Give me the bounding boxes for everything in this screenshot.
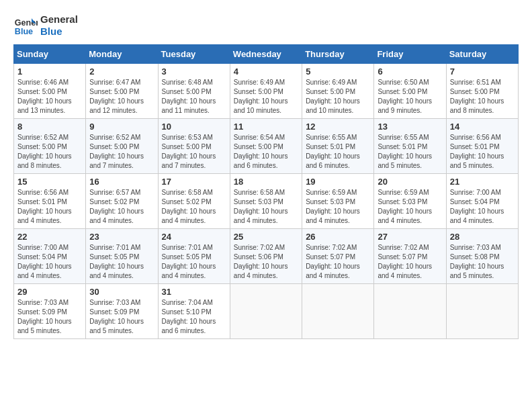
day-number: 25 <box>234 232 298 242</box>
day-info: Sunrise: 7:03 AMSunset: 5:09 PMDaylight:… <box>17 298 82 336</box>
day-number: 22 <box>17 232 82 242</box>
weekday-header: Friday <box>374 45 446 64</box>
day-info: Sunrise: 6:55 AMSunset: 5:01 PMDaylight:… <box>306 133 370 171</box>
calendar-cell: 8Sunrise: 6:52 AMSunset: 5:00 PMDaylight… <box>14 119 86 174</box>
calendar-cell: 29Sunrise: 7:03 AMSunset: 5:09 PMDayligh… <box>14 284 86 339</box>
logo-line2: Blue <box>40 26 78 38</box>
day-info: Sunrise: 6:58 AMSunset: 5:02 PMDaylight:… <box>162 188 226 226</box>
day-number: 13 <box>378 122 442 132</box>
calendar-cell: 11Sunrise: 6:54 AMSunset: 5:00 PMDayligh… <box>230 119 302 174</box>
weekday-header: Saturday <box>446 45 518 64</box>
day-number: 4 <box>234 66 298 77</box>
day-number: 11 <box>234 122 298 132</box>
calendar-cell: 28Sunrise: 7:03 AMSunset: 5:08 PMDayligh… <box>446 229 518 284</box>
day-info: Sunrise: 6:50 AMSunset: 5:00 PMDaylight:… <box>378 78 442 116</box>
day-number: 18 <box>234 177 298 187</box>
calendar-cell <box>230 284 302 339</box>
calendar-cell: 12Sunrise: 6:55 AMSunset: 5:01 PMDayligh… <box>302 119 374 174</box>
day-info: Sunrise: 6:56 AMSunset: 5:01 PMDaylight:… <box>450 133 515 171</box>
day-info: Sunrise: 7:01 AMSunset: 5:05 PMDaylight:… <box>89 243 154 281</box>
calendar-cell: 21Sunrise: 7:00 AMSunset: 5:04 PMDayligh… <box>446 174 518 229</box>
calendar-cell <box>374 284 446 339</box>
day-info: Sunrise: 6:51 AMSunset: 5:00 PMDaylight:… <box>450 78 515 116</box>
day-number: 10 <box>162 122 226 132</box>
day-info: Sunrise: 6:59 AMSunset: 5:03 PMDaylight:… <box>306 188 370 226</box>
day-number: 1 <box>17 66 82 77</box>
day-info: Sunrise: 6:49 AMSunset: 5:00 PMDaylight:… <box>234 78 298 116</box>
logo-icon: General Blue <box>13 13 38 38</box>
day-info: Sunrise: 7:03 AMSunset: 5:08 PMDaylight:… <box>450 243 515 281</box>
day-info: Sunrise: 6:52 AMSunset: 5:00 PMDaylight:… <box>89 133 154 171</box>
calendar-cell: 19Sunrise: 6:59 AMSunset: 5:03 PMDayligh… <box>302 174 374 229</box>
day-info: Sunrise: 6:54 AMSunset: 5:00 PMDaylight:… <box>234 133 298 171</box>
day-number: 6 <box>378 66 442 77</box>
calendar-cell: 5Sunrise: 6:49 AMSunset: 5:00 PMDaylight… <box>302 64 374 119</box>
calendar-header-row: SundayMondayTuesdayWednesdayThursdayFrid… <box>14 45 519 64</box>
calendar-week-row: 1Sunrise: 6:46 AMSunset: 5:00 PMDaylight… <box>14 64 519 119</box>
calendar-cell: 17Sunrise: 6:58 AMSunset: 5:02 PMDayligh… <box>158 174 230 229</box>
weekday-header: Monday <box>86 45 158 64</box>
calendar-cell: 6Sunrise: 6:50 AMSunset: 5:00 PMDaylight… <box>374 64 446 119</box>
calendar-cell: 2Sunrise: 6:47 AMSunset: 5:00 PMDaylight… <box>86 64 158 119</box>
calendar-cell: 26Sunrise: 7:02 AMSunset: 5:07 PMDayligh… <box>302 229 374 284</box>
day-info: Sunrise: 7:02 AMSunset: 5:06 PMDaylight:… <box>234 243 298 281</box>
calendar-cell <box>446 284 518 339</box>
weekday-header: Tuesday <box>158 45 230 64</box>
day-info: Sunrise: 7:02 AMSunset: 5:07 PMDaylight:… <box>378 243 442 281</box>
day-number: 19 <box>306 177 370 187</box>
calendar-cell: 30Sunrise: 7:03 AMSunset: 5:09 PMDayligh… <box>86 284 158 339</box>
calendar-cell: 18Sunrise: 6:58 AMSunset: 5:03 PMDayligh… <box>230 174 302 229</box>
calendar-cell: 27Sunrise: 7:02 AMSunset: 5:07 PMDayligh… <box>374 229 446 284</box>
weekday-header: Wednesday <box>230 45 302 64</box>
day-number: 30 <box>89 287 154 297</box>
calendar-cell: 3Sunrise: 6:48 AMSunset: 5:00 PMDaylight… <box>158 64 230 119</box>
day-number: 31 <box>162 287 226 297</box>
day-info: Sunrise: 6:56 AMSunset: 5:01 PMDaylight:… <box>17 188 82 226</box>
day-number: 26 <box>306 232 370 242</box>
calendar-week-row: 22Sunrise: 7:00 AMSunset: 5:04 PMDayligh… <box>14 229 519 284</box>
day-number: 17 <box>162 177 226 187</box>
calendar-cell: 4Sunrise: 6:49 AMSunset: 5:00 PMDaylight… <box>230 64 302 119</box>
calendar-cell: 7Sunrise: 6:51 AMSunset: 5:00 PMDaylight… <box>446 64 518 119</box>
day-number: 9 <box>89 122 154 132</box>
day-info: Sunrise: 7:02 AMSunset: 5:07 PMDaylight:… <box>306 243 370 281</box>
calendar-cell: 1Sunrise: 6:46 AMSunset: 5:00 PMDaylight… <box>14 64 86 119</box>
calendar-cell: 20Sunrise: 6:59 AMSunset: 5:03 PMDayligh… <box>374 174 446 229</box>
weekday-header: Sunday <box>14 45 86 64</box>
day-number: 16 <box>89 177 154 187</box>
page-header: General Blue General Blue <box>13 13 519 38</box>
day-number: 21 <box>450 177 515 187</box>
day-number: 20 <box>378 177 442 187</box>
day-number: 23 <box>89 232 154 242</box>
day-number: 7 <box>450 66 515 77</box>
calendar-table: SundayMondayTuesdayWednesdayThursdayFrid… <box>13 44 519 339</box>
day-number: 12 <box>306 122 370 132</box>
day-info: Sunrise: 6:57 AMSunset: 5:02 PMDaylight:… <box>89 188 154 226</box>
day-info: Sunrise: 6:47 AMSunset: 5:00 PMDaylight:… <box>89 78 154 116</box>
day-info: Sunrise: 7:03 AMSunset: 5:09 PMDaylight:… <box>89 298 154 336</box>
day-info: Sunrise: 6:53 AMSunset: 5:00 PMDaylight:… <box>162 133 226 171</box>
calendar-week-row: 29Sunrise: 7:03 AMSunset: 5:09 PMDayligh… <box>14 284 519 339</box>
calendar-cell: 14Sunrise: 6:56 AMSunset: 5:01 PMDayligh… <box>446 119 518 174</box>
weekday-header: Thursday <box>302 45 374 64</box>
logo-line1: General <box>40 13 78 26</box>
day-info: Sunrise: 6:55 AMSunset: 5:01 PMDaylight:… <box>378 133 442 171</box>
calendar-cell: 25Sunrise: 7:02 AMSunset: 5:06 PMDayligh… <box>230 229 302 284</box>
day-info: Sunrise: 6:46 AMSunset: 5:00 PMDaylight:… <box>17 78 82 116</box>
day-number: 5 <box>306 66 370 77</box>
day-number: 28 <box>450 232 515 242</box>
day-number: 24 <box>162 232 226 242</box>
calendar-cell: 15Sunrise: 6:56 AMSunset: 5:01 PMDayligh… <box>14 174 86 229</box>
calendar-week-row: 8Sunrise: 6:52 AMSunset: 5:00 PMDaylight… <box>14 119 519 174</box>
day-info: Sunrise: 6:58 AMSunset: 5:03 PMDaylight:… <box>234 188 298 226</box>
day-info: Sunrise: 7:00 AMSunset: 5:04 PMDaylight:… <box>17 243 82 281</box>
day-info: Sunrise: 6:48 AMSunset: 5:00 PMDaylight:… <box>162 78 226 116</box>
calendar-cell: 31Sunrise: 7:04 AMSunset: 5:10 PMDayligh… <box>158 284 230 339</box>
day-info: Sunrise: 6:49 AMSunset: 5:00 PMDaylight:… <box>306 78 370 116</box>
day-info: Sunrise: 6:59 AMSunset: 5:03 PMDaylight:… <box>378 188 442 226</box>
calendar-week-row: 15Sunrise: 6:56 AMSunset: 5:01 PMDayligh… <box>14 174 519 229</box>
calendar-cell: 10Sunrise: 6:53 AMSunset: 5:00 PMDayligh… <box>158 119 230 174</box>
calendar-cell: 24Sunrise: 7:01 AMSunset: 5:05 PMDayligh… <box>158 229 230 284</box>
day-info: Sunrise: 7:01 AMSunset: 5:05 PMDaylight:… <box>162 243 226 281</box>
day-number: 2 <box>89 66 154 77</box>
